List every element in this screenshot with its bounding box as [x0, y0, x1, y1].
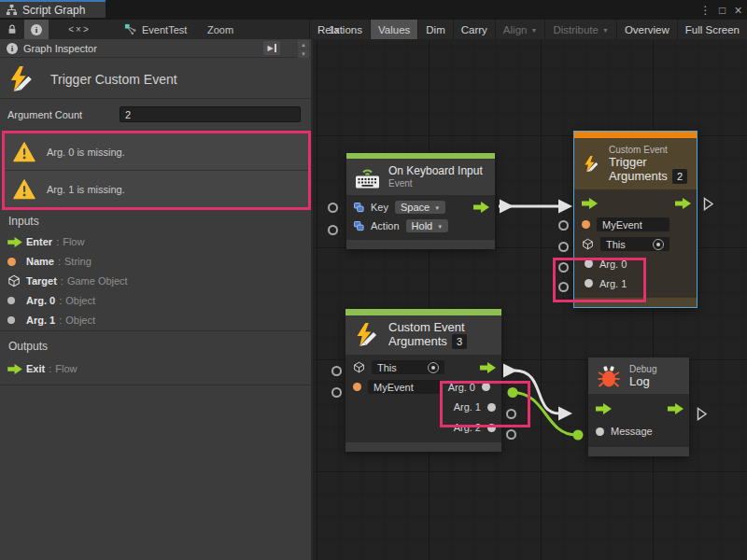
chevron-down-icon: ▼ — [602, 27, 609, 34]
node-title: On Keyboard Input — [388, 164, 483, 177]
custom-event-bolt-pencil-icon — [583, 151, 600, 177]
code-icon: <×> — [68, 24, 91, 35]
chevron-up-icon: ▲ — [301, 42, 306, 48]
input-control-icon — [354, 203, 364, 213]
toolbar-button-carry[interactable]: Carry — [453, 20, 495, 39]
node-on-keyboard-input[interactable]: On Keyboard Input Event Key Space ▼ — [346, 153, 495, 249]
section-divider — [0, 330, 311, 331]
inspector-toggle-button[interactable]: i — [24, 20, 49, 39]
node-footer — [588, 447, 689, 456]
object-picker-icon[interactable] — [653, 239, 664, 250]
argument-count-row: Argument Count 2 — [0, 101, 311, 129]
chevron-down-icon: ▼ — [530, 27, 537, 34]
input-control-icon — [354, 221, 364, 231]
target-row: This — [345, 357, 501, 377]
message-row: Message — [588, 420, 689, 442]
node-title: Custom Event — [388, 321, 467, 334]
flow-output-port[interactable] — [668, 403, 684, 414]
event-name-row: MyEvent — [574, 215, 697, 234]
toolbar-button-overview[interactable]: Overview — [616, 20, 677, 39]
window-menu-button[interactable]: ⋮ — [698, 0, 713, 20]
tab-label: Script Graph — [22, 4, 85, 17]
cube-icon[interactable] — [353, 361, 365, 373]
unity-visual-scripting-window: Script Graph ⋮ □ × i <×> EventTest — [0, 0, 747, 560]
object-port-icon[interactable] — [596, 427, 604, 436]
trigger-name-input-port[interactable] — [558, 220, 569, 231]
toolbar-button-align[interactable]: Align▼ — [495, 20, 545, 39]
node-debug-log[interactable]: Debug Log Message — [588, 357, 689, 456]
toolbar-button-distribute[interactable]: Distribute▼ — [544, 20, 616, 39]
arguments-count-badge: 3 — [452, 334, 467, 349]
graph-inspector-header: i Graph Inspector ▶ ▲ ▼ — [0, 39, 311, 58]
tab-script-graph[interactable]: Script Graph — [0, 0, 106, 18]
annotation-box-customevent-args — [440, 381, 530, 427]
code-preview-button[interactable]: <×> — [62, 20, 97, 39]
node-footer — [346, 240, 495, 249]
keyboard-event-icon — [355, 166, 380, 189]
string-port-icon[interactable] — [353, 383, 361, 391]
event-name-field[interactable]: MyEvent — [597, 217, 669, 231]
node-header: Custom Event Arguments 3 — [345, 315, 501, 355]
customevent-name-input-port[interactable] — [331, 387, 342, 398]
output-row-exit: Exit : Flow — [0, 359, 311, 378]
warnings-annotation-box: Arg. 0 is missing. Arg. 1 is missing. — [2, 131, 311, 210]
flow-output-port[interactable] — [480, 362, 496, 373]
toolbar-button-values[interactable]: Values — [370, 20, 417, 39]
customevent-arg2-output-port[interactable] — [506, 429, 516, 440]
target-field[interactable]: This — [372, 360, 444, 374]
toolbar-button-fullscreen[interactable]: Full Screen — [677, 20, 747, 39]
chevron-down-icon: ▼ — [301, 51, 306, 57]
window-close-button[interactable]: × — [730, 0, 746, 20]
info-icon: i — [31, 24, 42, 35]
scroll-down-button[interactable]: ▼ — [298, 49, 309, 58]
lock-icon — [7, 23, 18, 35]
zoom-label: Zoom — [207, 20, 233, 39]
input-row-target: Target : Game Object — [0, 272, 311, 290]
warning-text: Arg. 1 is missing. — [47, 184, 125, 195]
maximize-icon: □ — [719, 4, 726, 17]
key-row: Key Space ▼ — [346, 198, 495, 217]
trigger-target-input-port[interactable] — [558, 242, 569, 252]
event-name-field[interactable]: MyEvent — [368, 380, 441, 394]
cube-icon[interactable] — [582, 238, 594, 250]
event-node-color-bar — [345, 309, 501, 315]
keyboard-action-input-port[interactable] — [328, 225, 338, 235]
arguments-label: Arguments — [388, 335, 447, 348]
unconnected-flow-arrowhead[interactable] — [697, 407, 708, 421]
dock-panel-button[interactable]: ▶ — [263, 41, 280, 55]
object-picker-icon[interactable] — [428, 362, 439, 373]
unconnected-flow-arrowhead[interactable] — [703, 197, 714, 211]
flow-arrow-icon — [7, 364, 26, 374]
flow-output-port[interactable] — [473, 202, 489, 213]
input-row-name: Name : String — [0, 252, 311, 271]
toolbar-button-dim[interactable]: Dim — [417, 20, 452, 39]
message-label: Message — [611, 426, 653, 437]
input-row-arg1: Arg. 1 : Object — [0, 311, 311, 329]
action-dropdown[interactable]: Hold ▼ — [406, 219, 449, 232]
node-title: Trigger — [609, 156, 687, 169]
toolbar-right-group: Relations Values Dim Carry Align▼ Distri… — [309, 20, 747, 39]
key-dropdown[interactable]: Space ▼ — [395, 201, 445, 214]
lock-button[interactable] — [2, 20, 22, 39]
flow-output-port[interactable] — [675, 198, 691, 209]
input-row-enter: Enter : Flow — [0, 232, 311, 251]
node-header: Custom Event Trigger Arguments 2 — [574, 138, 697, 189]
flow-input-port[interactable] — [582, 198, 598, 209]
inputs-heading: Inputs — [8, 215, 39, 228]
target-field[interactable]: This — [600, 237, 669, 251]
keyboard-key-input-port[interactable] — [328, 203, 338, 213]
toolbar-button-relations[interactable]: Relations — [309, 20, 370, 39]
string-port-icon[interactable] — [582, 220, 590, 229]
window-maximize-button[interactable]: □ — [714, 0, 730, 20]
scroll-up-button[interactable]: ▲ — [298, 40, 309, 49]
warning-icon — [13, 142, 35, 162]
unit-title-label: Trigger Custom Event — [50, 72, 177, 87]
argument-count-input[interactable]: 2 — [120, 106, 301, 122]
target-row: This — [574, 234, 697, 254]
node-body: Key Space ▼ Action Hold ▼ — [346, 195, 495, 240]
graph-breadcrumb[interactable]: EventTest — [124, 20, 187, 39]
custom-event-bolt-pencil-icon — [354, 322, 380, 348]
flow-input-port[interactable] — [596, 403, 612, 414]
inspected-unit-title: Trigger Custom Event — [0, 60, 311, 99]
customevent-target-input-port[interactable] — [331, 366, 342, 376]
